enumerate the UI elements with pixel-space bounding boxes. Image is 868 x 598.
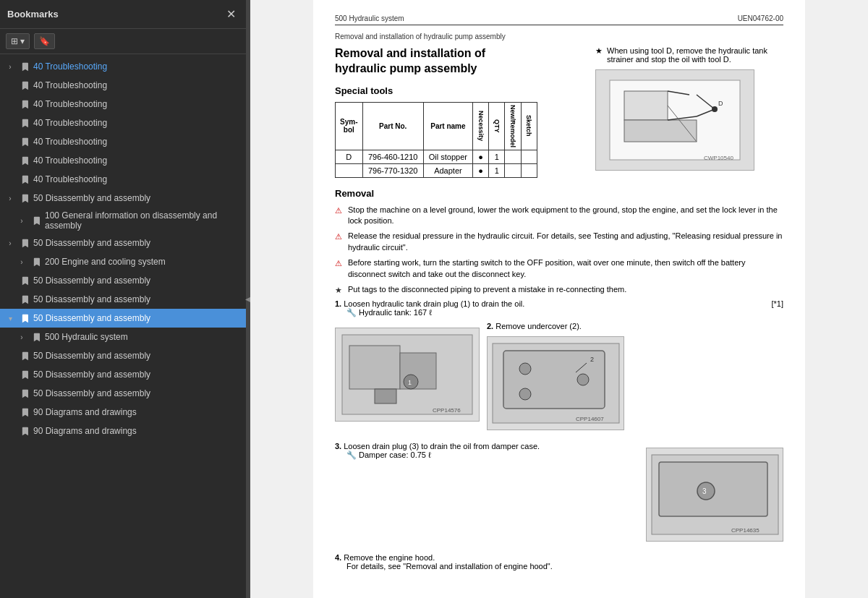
step-4-text: 4. Remove the engine hood. bbox=[335, 553, 783, 562]
expand-icon-9[interactable] bbox=[16, 217, 27, 225]
table-header-symbol: Sym-bol bbox=[336, 102, 363, 150]
step-3-diagram: 3 CPP14635 bbox=[648, 451, 782, 538]
bookmark-item-18[interactable]: 50 Disassembly and assembly bbox=[0, 384, 246, 403]
step-4-detail: For details, see "Removal and installati… bbox=[335, 562, 783, 571]
hydraulic-diagram-svg: D CWP10540 bbox=[603, 73, 747, 167]
removal-numbered-step-4: 4. Remove the engine hood. For details, … bbox=[335, 553, 783, 571]
bookmark-label-9: 100 General information on disassembly a… bbox=[45, 210, 242, 231]
removal-steps-list: Stop the machine on a level ground, lowe… bbox=[335, 205, 783, 296]
bookmark-item-12[interactable]: 50 Disassembly and assembly bbox=[0, 271, 246, 290]
bookmark-label-8: 50 Disassembly and assembly bbox=[33, 193, 150, 203]
bookmark-item-14[interactable]: 50 Disassembly and assembly bbox=[0, 309, 246, 328]
table-header-newremodel: New/Remodel bbox=[505, 102, 521, 150]
svg-text:D: D bbox=[718, 100, 723, 107]
svg-rect-12 bbox=[349, 346, 400, 389]
bookmark-item-9[interactable]: 100 General information on disassembly a… bbox=[0, 208, 246, 234]
svg-rect-16 bbox=[375, 389, 396, 403]
bookmark-label-15: 500 Hydraulic system bbox=[45, 332, 128, 342]
wrench-icon: 🔧 bbox=[346, 308, 357, 317]
expand-icon-1[interactable] bbox=[4, 63, 16, 71]
bookmark-icon-18 bbox=[19, 388, 30, 399]
bookmark-icon-13 bbox=[19, 294, 30, 305]
right-column: When using tool D, remove the hydraulic … bbox=[595, 46, 783, 176]
sidebar-header: Bookmarks ✕ bbox=[0, 0, 246, 29]
bookmark-label-7: 40 Troubleshooting bbox=[33, 174, 107, 184]
svg-text:3: 3 bbox=[702, 487, 707, 495]
bookmark-label-19: 90 Diagrams and drawings bbox=[33, 407, 137, 417]
bookmark-icon-8 bbox=[19, 192, 30, 204]
document-page: 500 Hydraulic system UEN04762-00 Removal… bbox=[313, 0, 805, 598]
bookmark-item-2[interactable]: 40 Troubleshooting bbox=[0, 76, 246, 95]
table-cell-necessity-1: ● bbox=[472, 163, 488, 177]
bookmark-icon-2 bbox=[19, 80, 30, 91]
bookmark-label-1: 40 Troubleshooting bbox=[33, 61, 107, 72]
bookmark-list: 40 Troubleshooting40 Troubleshooting40 T… bbox=[0, 54, 246, 598]
expand-icon-10[interactable] bbox=[4, 239, 16, 247]
bookmark-item-6[interactable]: 40 Troubleshooting bbox=[0, 151, 246, 170]
bookmark-item-8[interactable]: 50 Disassembly and assembly bbox=[0, 189, 246, 208]
step-2-block: 2. Remove undercover (2). 2 CPP14607 bbox=[487, 322, 783, 436]
bookmark-item-20[interactable]: 90 Diagrams and drawings bbox=[0, 422, 246, 440]
removal-step-3: Before starting work, turn the starting … bbox=[335, 257, 783, 280]
expand-icon-8[interactable] bbox=[4, 195, 16, 202]
removal-note-1: Put tags to the disconnected piping to p… bbox=[335, 284, 783, 295]
bookmark-item-7[interactable]: 40 Troubleshooting bbox=[0, 170, 246, 189]
step-3-subnote: 🔧 Damper case: 0.75 ℓ bbox=[335, 450, 639, 460]
right-col-note: When using tool D, remove the hydraulic … bbox=[595, 46, 783, 64]
bookmark-icon-9 bbox=[30, 215, 42, 226]
bookmark-icon-10 bbox=[19, 237, 30, 249]
svg-rect-1 bbox=[624, 91, 668, 120]
bookmark-item-19[interactable]: 90 Diagrams and drawings bbox=[0, 403, 246, 422]
step-2-diagram: 2 CPP14607 bbox=[489, 340, 623, 427]
table-cell-qty-0: 1 bbox=[489, 150, 505, 163]
bookmark-item-3[interactable]: 40 Troubleshooting bbox=[0, 95, 246, 114]
table-header-sketch: Sketch bbox=[521, 102, 537, 150]
table-cell-part_name-0: Oil stopper bbox=[423, 150, 472, 163]
removal-section: Removal Stop the machine on a level grou… bbox=[335, 188, 783, 571]
removal-numbered-step-1: 1. Loosen hydraulic tank drain plug (1) … bbox=[335, 299, 783, 436]
svg-rect-19 bbox=[503, 351, 605, 409]
bookmark-item-13[interactable]: 50 Disassembly and assembly bbox=[0, 290, 246, 309]
bookmark-item-15[interactable]: 500 Hydraulic system bbox=[0, 328, 246, 346]
bookmark-icon-17 bbox=[19, 369, 30, 380]
step-1-subnote: 🔧 Hydraulic tank: 167 ℓ bbox=[335, 308, 783, 317]
svg-text:CPP14576: CPP14576 bbox=[433, 407, 461, 414]
view-options-button[interactable]: ⊞ ▾ bbox=[6, 33, 30, 49]
step-2-image: 2 CPP14607 bbox=[487, 336, 624, 430]
table-header-partname: Part name bbox=[423, 102, 472, 150]
bookmark-label-18: 50 Disassembly and assembly bbox=[33, 388, 150, 398]
main-content: 500 Hydraulic system UEN04762-00 Removal… bbox=[250, 0, 868, 598]
sidebar: Bookmarks ✕ ⊞ ▾ 🔖 40 Troubleshooting40 T… bbox=[0, 0, 246, 598]
expand-icon-14[interactable] bbox=[4, 315, 16, 323]
bookmark-item-11[interactable]: 200 Engine and cooling system bbox=[0, 252, 246, 271]
sidebar-close-button[interactable]: ✕ bbox=[224, 6, 239, 22]
svg-point-20 bbox=[519, 363, 531, 375]
bookmark-label-11: 200 Engine and cooling system bbox=[45, 257, 166, 267]
bookmark-item-1[interactable]: 40 Troubleshooting bbox=[0, 57, 246, 76]
expand-icon-11[interactable] bbox=[16, 258, 27, 266]
svg-text:2: 2 bbox=[590, 356, 594, 363]
bookmark-item-17[interactable]: 50 Disassembly and assembly bbox=[0, 365, 246, 384]
expand-icon-15[interactable] bbox=[16, 333, 27, 341]
bookmark-label-17: 50 Disassembly and assembly bbox=[33, 370, 150, 380]
bookmark-label-2: 40 Troubleshooting bbox=[33, 80, 107, 90]
svg-rect-2 bbox=[624, 120, 697, 142]
bookmark-item-16[interactable]: 50 Disassembly and assembly bbox=[0, 346, 246, 365]
bookmark-item-5[interactable]: 40 Troubleshooting bbox=[0, 132, 246, 151]
bookmark-icon-6 bbox=[19, 155, 30, 166]
bookmark-item-4[interactable]: 40 Troubleshooting bbox=[0, 114, 246, 132]
bookmark-icon-5 bbox=[19, 136, 30, 148]
bookmark-label-20: 90 Diagrams and drawings bbox=[33, 426, 137, 436]
bookmark-label-12: 50 Disassembly and assembly bbox=[33, 275, 150, 286]
bookmark-item-10[interactable]: 50 Disassembly and assembly bbox=[0, 234, 246, 252]
step-3-image: 3 CPP14635 bbox=[646, 448, 783, 542]
sidebar-toolbar: ⊞ ▾ 🔖 bbox=[0, 29, 246, 54]
svg-point-22 bbox=[577, 374, 589, 385]
bookmark-icon-button[interactable]: 🔖 bbox=[34, 33, 55, 49]
table-cell-necessity-0: ● bbox=[472, 150, 488, 163]
table-cell-qty-1: 1 bbox=[489, 163, 505, 177]
bookmark-label-13: 50 Disassembly and assembly bbox=[33, 294, 150, 304]
bookmark-icon-1 bbox=[19, 61, 30, 72]
step-1-text: 1. Loosen hydraulic tank drain plug (1) … bbox=[335, 299, 783, 308]
svg-point-7 bbox=[712, 106, 718, 112]
